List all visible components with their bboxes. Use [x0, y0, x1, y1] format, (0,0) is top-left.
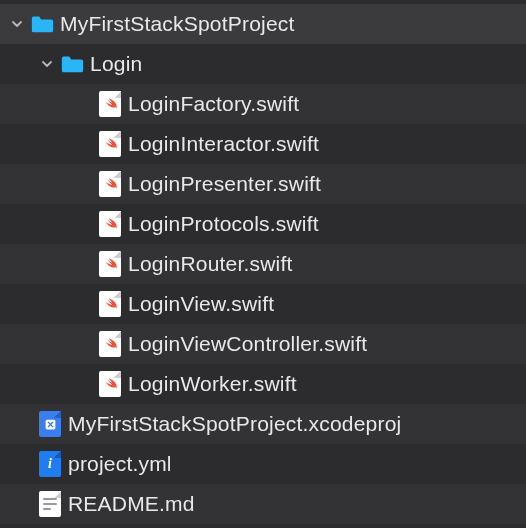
tree-row-file[interactable]: LoginProtocols.swift: [0, 204, 526, 244]
tree-row-folder[interactable]: Login: [0, 44, 526, 84]
file-label: LoginInteractor.swift: [128, 132, 319, 156]
tree-row-file[interactable]: MyFirstStackSpotProject.xcodeproj: [0, 404, 526, 444]
file-label: LoginWorker.swift: [128, 372, 297, 396]
xcodeproj-file-icon: [38, 412, 62, 436]
yml-file-icon: i: [38, 452, 62, 476]
swift-file-icon: [98, 172, 122, 196]
file-label: LoginFactory.swift: [128, 92, 299, 116]
tree-row-file[interactable]: i project.yml: [0, 444, 526, 484]
tree-row-file[interactable]: LoginPresenter.swift: [0, 164, 526, 204]
folder-icon: [30, 12, 54, 36]
file-label: LoginPresenter.swift: [128, 172, 321, 196]
file-label: LoginViewController.swift: [128, 332, 367, 356]
file-label: README.md: [68, 492, 195, 516]
chevron-down-icon[interactable]: [40, 58, 54, 70]
file-label: MyFirstStackSpotProject.xcodeproj: [68, 412, 401, 436]
file-tree: MyFirstStackSpotProject Login LoginFacto…: [0, 0, 526, 524]
tree-row-project[interactable]: MyFirstStackSpotProject: [0, 4, 526, 44]
tree-row-file[interactable]: README.md: [0, 484, 526, 524]
file-label: LoginView.swift: [128, 292, 274, 316]
file-label: LoginProtocols.swift: [128, 212, 319, 236]
tree-row-file[interactable]: LoginRouter.swift: [0, 244, 526, 284]
swift-file-icon: [98, 132, 122, 156]
folder-label: Login: [90, 52, 142, 76]
swift-file-icon: [98, 92, 122, 116]
swift-file-icon: [98, 372, 122, 396]
tree-row-file[interactable]: LoginWorker.swift: [0, 364, 526, 404]
file-label: LoginRouter.swift: [128, 252, 293, 276]
chevron-down-icon[interactable]: [10, 18, 24, 30]
tree-row-file[interactable]: LoginInteractor.swift: [0, 124, 526, 164]
tree-row-file[interactable]: LoginFactory.swift: [0, 84, 526, 124]
file-label: project.yml: [68, 452, 172, 476]
swift-file-icon: [98, 292, 122, 316]
project-label: MyFirstStackSpotProject: [60, 12, 295, 36]
folder-icon: [60, 52, 84, 76]
swift-file-icon: [98, 212, 122, 236]
tree-row-file[interactable]: LoginView.swift: [0, 284, 526, 324]
swift-file-icon: [98, 252, 122, 276]
md-file-icon: [38, 492, 62, 516]
tree-row-file[interactable]: LoginViewController.swift: [0, 324, 526, 364]
swift-file-icon: [98, 332, 122, 356]
